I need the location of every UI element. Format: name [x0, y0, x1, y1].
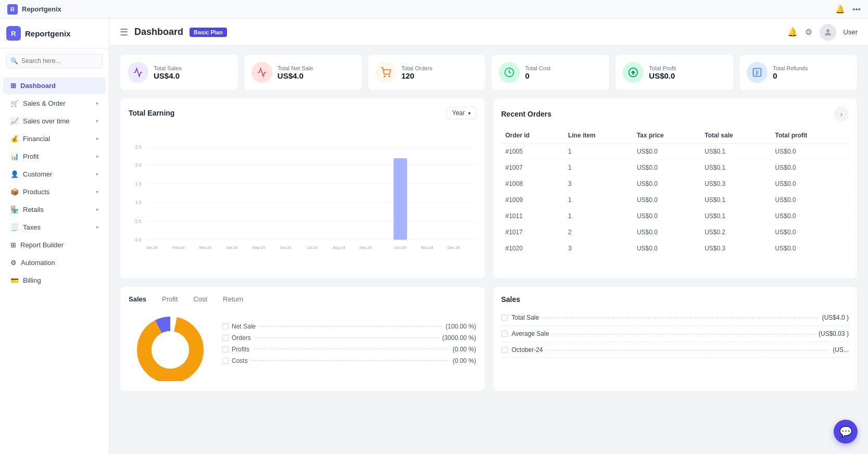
window-dots-icon[interactable]: •••	[852, 5, 861, 14]
order-id-cell: #1009	[501, 192, 564, 208]
topbar-bell-icon[interactable]: 🔔	[787, 27, 798, 37]
sales-over-time-icon: 📈	[10, 117, 19, 125]
svg-text:Sep-24: Sep-24	[359, 245, 372, 250]
tax-price-cell: US$0.0	[633, 208, 700, 224]
sidebar-financial-label: Financial	[23, 135, 50, 143]
svg-text:0.5: 0.5	[135, 219, 142, 224]
svg-text:1.0: 1.0	[135, 200, 142, 205]
legend-value: (100.00 %)	[446, 323, 476, 330]
hamburger-button[interactable]: ☰	[120, 27, 128, 38]
search-icon: 🔍	[10, 57, 18, 65]
stat-total-refunds: Total Refunds 0	[739, 54, 858, 91]
plan-badge: Basic Plan	[190, 28, 227, 37]
order-id-cell: #1007	[501, 160, 564, 176]
sidebar-item-retails[interactable]: 🏪 Retails ▾	[3, 201, 106, 218]
financial-icon: 💰	[10, 135, 19, 143]
period-chevron-icon: ▾	[468, 110, 471, 116]
chevron-down-icon-5: ▾	[96, 171, 98, 177]
total-profit-cell: US$0.0	[771, 144, 849, 160]
sales-right-card: Sales Total Sale (US$4.0 ) Average Sale …	[493, 286, 858, 392]
sidebar-item-taxes[interactable]: 🧾 Taxes ▾	[3, 219, 106, 236]
chevron-down-icon-4: ▾	[96, 154, 98, 159]
sales-right-title: Sales	[501, 295, 521, 304]
sidebar-item-automation[interactable]: ⚙ Automation	[3, 254, 106, 271]
svg-text:2.0: 2.0	[135, 163, 142, 168]
sales-checkbox[interactable]	[501, 331, 508, 337]
table-row: #1011 1 US$0.0 US$0.1 US$0.0	[501, 208, 849, 224]
total-refunds-value: 0	[773, 71, 808, 80]
sidebar-item-profit[interactable]: 📊 Profit ▾	[3, 148, 106, 165]
total-profit-cell: US$0.0	[771, 160, 849, 176]
order-id-cell: #1020	[501, 241, 564, 257]
legend-checkbox[interactable]	[222, 323, 229, 330]
line-item-cell: 1	[564, 144, 633, 160]
sales-item-label: Total Sale	[512, 314, 539, 321]
legend-checkbox[interactable]	[222, 358, 229, 364]
recent-orders-title: Recent Orders	[501, 110, 551, 118]
period-select[interactable]: Year ▾	[446, 107, 476, 119]
donut-sales-label: Sales	[129, 295, 146, 303]
profit-icon: 📊	[10, 153, 19, 160]
sales-checkbox[interactable]	[501, 347, 508, 353]
window-brand-label: Reportgenix	[22, 5, 61, 13]
line-item-cell: 2	[564, 224, 633, 241]
legend-item: Costs (0.00 %)	[222, 357, 476, 364]
sidebar-item-sales-over-time[interactable]: 📈 Sales over time ▾	[3, 112, 106, 130]
col-total-profit: Total profit	[771, 128, 849, 144]
window-bell-icon[interactable]: 🔔	[835, 5, 845, 14]
period-label: Year	[452, 109, 464, 117]
sidebar-item-report-builder[interactable]: ⊞ Report Builder	[3, 236, 106, 254]
legend-item: Profits (0.00 %)	[222, 346, 476, 353]
sidebar-customer-label: Customer	[23, 170, 52, 178]
chevron-down-icon-2: ▾	[96, 118, 98, 124]
total-orders-label: Total Orders	[401, 65, 433, 71]
legend-checkbox[interactable]	[222, 346, 229, 352]
total-sale-cell: US$0.2	[700, 224, 771, 241]
total-profit-cell: US$0.0	[771, 192, 849, 208]
legend-label: Costs	[232, 357, 248, 364]
sidebar-item-dashboard[interactable]: ⊞ Dashboard	[3, 77, 106, 94]
sidebar-item-financial[interactable]: 💰 Financial ▾	[3, 130, 106, 147]
sidebar-item-billing[interactable]: 💳 Billing	[3, 272, 106, 289]
search-input[interactable]	[6, 54, 103, 68]
line-item-cell: 1	[564, 208, 633, 224]
chevron-down-icon-7: ▾	[96, 207, 98, 212]
table-row: #1005 1 US$0.0 US$0.1 US$0.0	[501, 144, 849, 160]
sidebar-item-sales-order[interactable]: 🛒 Sales & Order ▾	[3, 95, 106, 112]
sidebar-item-products[interactable]: 📦 Products ▾	[3, 183, 106, 200]
sales-checkbox[interactable]	[501, 314, 508, 321]
svg-point-0	[826, 29, 829, 32]
total-profit-cell: US$0.0	[771, 241, 849, 257]
total-profit-label: Total Profit	[649, 65, 676, 71]
col-tax-price: Tax price	[633, 128, 700, 144]
donut-cost-label: Cost	[193, 295, 207, 303]
sidebar-item-customer[interactable]: 👤 Customer ▾	[3, 166, 106, 183]
report-builder-icon: ⊞	[10, 241, 16, 249]
chevron-down-icon-6: ▾	[96, 189, 98, 195]
orders-nav-arrow[interactable]: ›	[834, 107, 849, 121]
donut-profit-label: Profit	[162, 295, 178, 303]
page-title: Dashboard	[134, 27, 183, 37]
sidebar-sales-over-time-label: Sales over time	[23, 117, 70, 125]
legend-checkbox[interactable]	[222, 335, 229, 341]
total-net-sale-value: US$4.0	[278, 71, 313, 80]
sales-item-label: October-24	[512, 346, 543, 354]
stats-row: Total Sales US$4.0 Total Net Sale US$4.0	[120, 54, 858, 91]
billing-icon: 💳	[10, 276, 19, 284]
legend-item: Orders (3000.00 %)	[222, 334, 476, 342]
legend-value: (0.00 %)	[452, 346, 476, 353]
sidebar-billing-label: Billing	[23, 276, 41, 284]
line-item-cell: 1	[564, 192, 633, 208]
svg-rect-17	[394, 158, 407, 239]
earning-chart: 2.5 2.0 1.5 1.0 0.5 0.0 Jan-24 Feb-24 Ma…	[129, 124, 476, 270]
total-sale-cell: US$0.1	[700, 192, 771, 208]
topbar-gear-icon[interactable]: ⚙	[805, 27, 812, 37]
sidebar-dashboard-label: Dashboard	[20, 82, 56, 90]
table-row: #1009 1 US$0.0 US$0.1 US$0.0	[501, 192, 849, 208]
tax-price-cell: US$0.0	[633, 176, 700, 192]
total-sale-cell: US$0.3	[700, 176, 771, 192]
chat-bubble[interactable]: 💬	[834, 420, 858, 444]
donut-return-label: Return	[223, 295, 243, 303]
total-sales-icon	[128, 62, 148, 83]
total-net-sale-label: Total Net Sale	[278, 65, 313, 71]
